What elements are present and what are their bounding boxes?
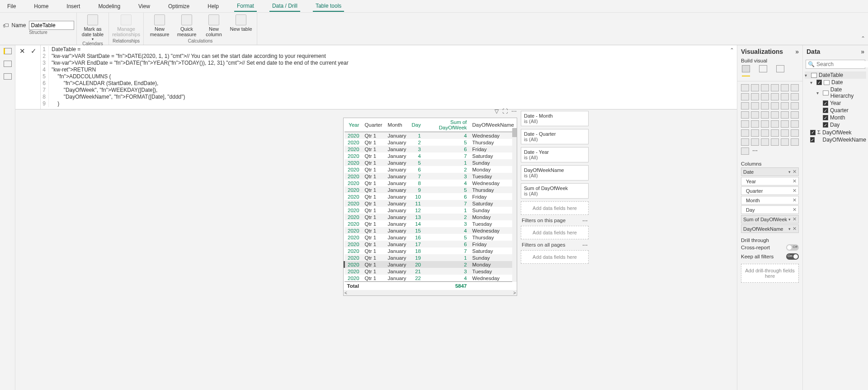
viz-type-button[interactable] [771, 111, 779, 119]
report-view-button[interactable] [4, 48, 12, 54]
remove-icon[interactable]: ✕ [793, 207, 797, 213]
viz-type-button[interactable] [741, 111, 749, 119]
checkbox[interactable]: ✓ [810, 130, 816, 135]
vertical-scrollbar[interactable] [512, 128, 517, 282]
filter-card[interactable]: Date - Monthis (All) [521, 111, 589, 126]
viz-type-button[interactable] [791, 102, 799, 109]
viz-type-button[interactable] [781, 111, 789, 119]
viz-type-button[interactable] [761, 120, 769, 128]
viz-type-button[interactable] [751, 120, 759, 128]
viz-type-button[interactable] [781, 120, 789, 128]
table-row[interactable]: 2020Qtr 1January191Sunday [344, 254, 517, 261]
table-row[interactable]: 2020Qtr 1January213Tuesday [344, 268, 517, 275]
viz-type-button[interactable] [751, 93, 759, 100]
viz-type-button[interactable] [791, 93, 799, 100]
viz-type-button[interactable] [771, 84, 779, 91]
all-pages-filters-drop-zone[interactable]: Add data fields here [521, 250, 589, 264]
new-column-button[interactable]: New column [202, 14, 226, 37]
filter-card[interactable]: DayOfWeekNameis (All) [521, 165, 589, 181]
viz-type-button[interactable] [791, 84, 799, 91]
table-row[interactable]: 2020Qtr 1January165Thursday [344, 234, 517, 241]
viz-type-button[interactable] [771, 102, 779, 109]
well-dayofweekname[interactable]: DayOfWeekName▾✕ [741, 224, 799, 233]
viz-type-button[interactable] [741, 93, 749, 100]
viz-type-button[interactable] [741, 147, 749, 155]
viz-type-button[interactable]: ⋯ [751, 147, 759, 155]
tree-field-year[interactable]: ✓Year [805, 100, 866, 107]
model-view-button[interactable] [4, 73, 12, 80]
table-visual[interactable]: ▽ ⛶ ⋯ YearQuarterMonthDaySum of DayOfWee… [343, 118, 517, 296]
well-date[interactable]: Date▾✕ [741, 167, 799, 176]
viz-type-button[interactable] [781, 102, 789, 109]
tree-table-datetable[interactable]: ▾DateTable [805, 71, 866, 79]
table-row[interactable]: 2020Qtr 1January143Tuesday [344, 220, 517, 227]
viz-type-button[interactable] [771, 138, 779, 146]
viz-type-button[interactable] [771, 129, 779, 137]
viz-type-button[interactable] [781, 138, 789, 146]
collapse-viz-pane-button[interactable]: » [795, 48, 799, 55]
table-row[interactable]: 2020Qtr 1January224Wednesday [344, 275, 517, 282]
tree-field-quarter[interactable]: ✓Quarter [805, 107, 866, 114]
tree-field-dayofweekname[interactable]: ✓DayOfWeekName [805, 136, 866, 143]
checkbox[interactable]: ✓ [810, 137, 815, 143]
page-filters-drop-zone[interactable]: Add data fields here [521, 226, 589, 239]
cross-report-toggle[interactable]: Off [786, 244, 799, 251]
well-year[interactable]: Year✕ [741, 177, 799, 185]
tree-field-dayofweek[interactable]: ✓ΣDayOfWeek [805, 128, 866, 136]
viz-type-button[interactable] [751, 129, 759, 137]
column-header[interactable]: Year [344, 118, 362, 132]
analytics-tab[interactable] [776, 65, 784, 76]
formula-editor[interactable]: ⌃ 1DateTable =2"kw-var">VAR StartDate = … [41, 45, 737, 109]
table-row[interactable]: 2020Qtr 1January25Thursday [344, 139, 517, 146]
well-quarter[interactable]: Quarter✕ [741, 186, 799, 195]
tree-field-day[interactable]: ✓Day [805, 121, 866, 128]
data-view-button[interactable] [4, 61, 12, 67]
menu-file[interactable]: File [5, 1, 19, 11]
viz-type-button[interactable] [761, 111, 769, 119]
well-day[interactable]: Day✕ [741, 205, 799, 214]
viz-type-button[interactable] [751, 111, 759, 119]
filter-card[interactable]: Date - Quarteris (All) [521, 129, 589, 144]
viz-type-button[interactable] [741, 138, 749, 146]
quick-measure-button[interactable]: Quick measure [175, 14, 199, 37]
remove-icon[interactable]: ✕ [793, 197, 797, 203]
focus-mode-icon[interactable]: ⛶ [502, 108, 508, 114]
menu-modeling[interactable]: Modeling [95, 1, 123, 11]
table-row[interactable]: 2020Qtr 1January187Saturday [344, 247, 517, 254]
table-row[interactable]: 2020Qtr 1January106Friday [344, 193, 517, 200]
table-row[interactable]: 2020Qtr 1January62Monday [344, 166, 517, 173]
more-options-icon[interactable]: ⋯ [511, 108, 517, 114]
menu-help[interactable]: Help [205, 1, 222, 11]
collapse-data-pane-button[interactable]: » [861, 48, 864, 55]
tree-field-month[interactable]: ✓Month [805, 114, 866, 121]
viz-type-button[interactable] [751, 138, 759, 146]
checkbox[interactable]: ✓ [823, 108, 828, 113]
horizontal-scrollbar[interactable]: <> [344, 290, 517, 295]
viz-type-button[interactable] [781, 129, 789, 137]
tree-date-hierarchy[interactable]: ▾Date Hierarchy [805, 86, 866, 100]
menu-home[interactable]: Home [31, 1, 51, 11]
table-name-input[interactable] [29, 21, 74, 30]
menu-table-tools[interactable]: Table tools [313, 1, 344, 12]
table-row[interactable]: 2020Qtr 1January84Wednesday [344, 180, 517, 186]
viz-type-button[interactable] [771, 120, 779, 128]
well-sum-dayofweek[interactable]: Sum of DayOfWeek▾✕ [741, 215, 799, 224]
remove-icon[interactable]: ✕ [793, 169, 797, 174]
well-month[interactable]: Month✕ [741, 196, 799, 205]
viz-type-button[interactable] [791, 111, 799, 119]
format-visual-tab[interactable] [759, 65, 767, 76]
viz-type-button[interactable] [741, 129, 749, 137]
formula-commit-button[interactable]: ✓ [31, 47, 37, 55]
checkbox[interactable]: ✓ [823, 100, 828, 106]
table-row[interactable]: 2020Qtr 1January47Saturday [344, 152, 517, 159]
checkbox[interactable]: ✓ [816, 80, 822, 85]
fields-search-input[interactable] [816, 61, 868, 67]
new-measure-button[interactable]: New measure [147, 14, 172, 37]
remove-icon[interactable]: ✕ [793, 188, 797, 194]
filter-icon[interactable]: ▽ [495, 108, 499, 114]
viz-type-button[interactable] [781, 93, 789, 100]
table-row[interactable]: 2020Qtr 1January95Thursday [344, 186, 517, 193]
mark-as-date-table-button[interactable]: Mark as date table ▾ [80, 14, 105, 41]
viz-type-button[interactable] [761, 129, 769, 137]
collapse-ribbon-button[interactable]: ⌃ [861, 35, 865, 42]
